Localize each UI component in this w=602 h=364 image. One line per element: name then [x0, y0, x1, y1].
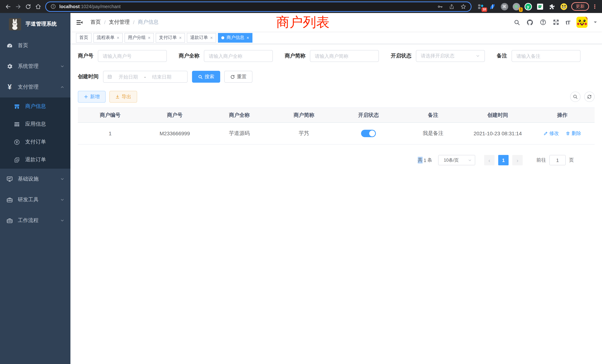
tab-user-group[interactable]: 用户分组× — [125, 33, 154, 43]
tab-label: 支付订单 — [159, 34, 177, 41]
full-name-input[interactable] — [209, 53, 268, 59]
edit-link[interactable]: 修改 — [543, 130, 559, 137]
col-full-name: 商户全称 — [207, 108, 272, 122]
share-icon[interactable] — [449, 3, 454, 10]
sidebar-item-home[interactable]: 首页 — [0, 35, 70, 56]
refresh-table-button[interactable] — [584, 92, 595, 102]
merchant-no-input[interactable] — [103, 53, 162, 59]
tab-process-form[interactable]: 流程表单× — [93, 33, 123, 43]
command-extension-icon[interactable]: ⌘ — [500, 3, 508, 10]
browser-forward-icon[interactable] — [13, 1, 23, 11]
breadcrumb-pay[interactable]: 支付管理 — [109, 19, 130, 26]
browser-update-button[interactable]: 更新 — [571, 2, 589, 11]
yuque-extension-icon[interactable]: y — [524, 3, 532, 10]
user-avatar[interactable] — [576, 17, 588, 28]
cell-full-name: 芋道源码 — [207, 122, 272, 144]
col-actions: 操作 — [530, 108, 595, 122]
sidebar-item-pay-order[interactable]: 支付订单 — [0, 133, 70, 151]
update-label: 更新 — [576, 3, 585, 10]
sidebar-item-devtools[interactable]: 研发工具 — [0, 189, 70, 210]
sidebar-logo-row[interactable]: 芋道管理系统 — [0, 13, 70, 35]
avatar-caret-icon[interactable] — [594, 21, 597, 24]
tab-refund-order[interactable]: 退款订单× — [187, 33, 216, 43]
remark-input[interactable] — [516, 53, 576, 59]
toggle-search-button[interactable] — [570, 92, 580, 102]
header-search-icon[interactable] — [514, 19, 520, 25]
select-placeholder: 请选择开启状态 — [421, 53, 454, 59]
password-key-icon[interactable] — [437, 3, 443, 10]
profile-extension-icon[interactable]: 1 — [512, 3, 520, 10]
tab-home[interactable]: 首页 — [76, 33, 92, 43]
tab-close-icon[interactable]: × — [179, 35, 182, 40]
sidebar-item-pay[interactable]: ¥ 支付管理 — [0, 77, 70, 97]
yen-icon: ¥ — [6, 84, 13, 90]
tab-close-icon[interactable]: × — [210, 35, 213, 40]
tab-close-icon[interactable]: × — [117, 35, 119, 40]
tab-pay-order[interactable]: 支付订单× — [156, 33, 185, 43]
sidebar-item-workflow[interactable]: 工作流程 — [0, 210, 70, 231]
tab-close-icon[interactable]: × — [247, 35, 249, 40]
sidebar-collapse-icon[interactable] — [76, 18, 84, 26]
cell-merchant-id: 1 — [78, 122, 142, 144]
total-suffix: 条 — [427, 157, 432, 163]
gear-icon — [6, 63, 13, 70]
tab-merchant-info[interactable]: 商户信息× — [218, 33, 252, 43]
page-size-value: 10条/页 — [444, 157, 459, 163]
extensions-puzzle-icon[interactable] — [548, 3, 556, 10]
tab-close-icon[interactable]: × — [148, 35, 150, 40]
url-host: localhost — [59, 4, 80, 9]
pay-submenu: 商户信息 应用信息 支付订单 — [0, 97, 70, 169]
tabs-bar: 首页 流程表单× 用户分组× 支付订单× 退款订单× 商户信息× — [70, 32, 602, 44]
github-icon[interactable] — [526, 19, 533, 26]
sidebar-item-app-info[interactable]: 应用信息 — [0, 115, 70, 133]
chevron-down-icon — [60, 64, 64, 69]
status-select[interactable]: 请选择开启状态 — [416, 50, 485, 62]
address-bar[interactable]: localhost:1024/pay/merchant — [45, 1, 472, 12]
start-date-input[interactable] — [115, 74, 142, 79]
page-size-select[interactable]: 10条/页 — [438, 155, 475, 165]
col-merchant-no: 商户号 — [142, 108, 207, 122]
delete-link[interactable]: 删除 — [566, 130, 581, 137]
next-page-button[interactable]: › — [512, 155, 523, 165]
font-size-icon[interactable]: tT — [566, 19, 570, 25]
date-range-picker[interactable]: - — [103, 71, 188, 83]
sidebar-item-infra[interactable]: 基础设施 — [0, 169, 70, 189]
chat-extension-icon[interactable] — [536, 3, 544, 10]
breadcrumb: 首页 / 支付管理 / 商户信息 — [90, 19, 159, 26]
date-separator: - — [144, 74, 146, 79]
sidebar-item-system[interactable]: 系统管理 — [0, 56, 70, 77]
reset-button[interactable]: 重置 — [224, 71, 252, 83]
export-button[interactable]: 导出 — [109, 91, 137, 103]
sidebar-item-refund-order[interactable]: 退款订单 — [0, 151, 70, 169]
filter-label: 备注 — [497, 53, 507, 59]
workflow-extension-icon[interactable]: 10 — [477, 3, 484, 10]
breadcrumb-home[interactable]: 首页 — [90, 19, 101, 26]
trash-icon — [566, 131, 570, 136]
prev-page-button[interactable]: ‹ — [484, 155, 494, 165]
page-content: 商户号 商户全称 商户简称 开启状态 请选择开启状态 — [70, 44, 602, 364]
filter-label: 商户全称 — [179, 53, 199, 59]
search-button[interactable]: 搜索 — [192, 71, 220, 83]
short-name-input[interactable] — [315, 53, 374, 59]
browser-back-icon[interactable] — [3, 1, 13, 11]
fullscreen-icon[interactable] — [553, 19, 559, 26]
page-number-1[interactable]: 1 — [498, 155, 509, 165]
add-button[interactable]: 新增 — [78, 91, 106, 103]
status-toggle[interactable] — [361, 130, 376, 137]
spinnaker-extension-icon[interactable] — [489, 3, 496, 10]
bookmark-star-icon[interactable] — [460, 3, 466, 10]
help-icon[interactable] — [540, 19, 546, 26]
goto-page-input[interactable] — [549, 155, 566, 165]
pagination-total: 共 1 条 — [418, 157, 432, 163]
col-status: 开启状态 — [336, 108, 401, 122]
browser-menu-icon[interactable]: ⋮ — [592, 3, 598, 10]
sidebar-item-merchant-info[interactable]: 商户信息 — [0, 97, 70, 115]
extensions-area: 10 ⌘ 1 y — [477, 3, 568, 10]
search-label: 搜索 — [205, 73, 214, 80]
site-info-icon[interactable] — [50, 4, 56, 9]
browser-reload-icon[interactable] — [23, 1, 33, 11]
filter-short-name: 商户简称 — [285, 50, 379, 62]
browser-home-icon[interactable] — [33, 1, 43, 11]
end-date-input[interactable] — [148, 74, 175, 79]
emoji-profile-icon[interactable] — [560, 3, 568, 10]
